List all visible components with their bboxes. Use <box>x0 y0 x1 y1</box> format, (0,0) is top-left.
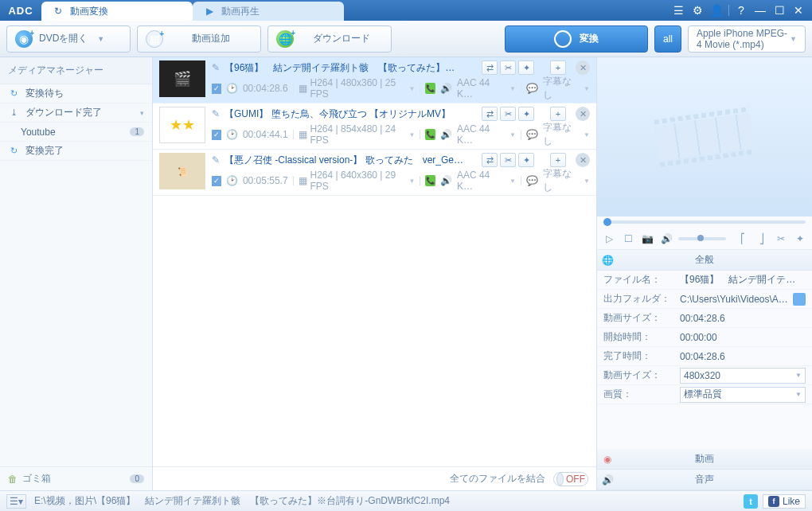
list-item[interactable]: 📜 ✎ 【悪ノ召使 -Classical version-】 歌ってみた ver… <box>153 150 596 196</box>
gear-icon[interactable]: ⚙ <box>690 4 705 17</box>
profile-select[interactable]: Apple iPhone MPEG-4 Movie (*.mp4) ▼ <box>688 25 806 53</box>
sidebar-item-convert-complete[interactable]: ↻ 変換完了 <box>0 142 152 161</box>
download-icon: ⤓ <box>8 107 19 119</box>
checkbox[interactable]: ✓ <box>212 84 221 94</box>
edit-icon[interactable]: ✎ <box>212 62 220 73</box>
mark-in-icon[interactable]: ⎡ <box>736 233 750 244</box>
speaker-icon[interactable]: 🔊 <box>659 233 673 244</box>
section-label: 動画 <box>618 452 812 466</box>
tab-play[interactable]: ▶ 動画再生 <box>193 2 344 21</box>
film-icon: ▦ <box>299 83 307 94</box>
cycle-icon: ↻ <box>8 88 19 99</box>
wand-icon[interactable]: ✦ <box>518 107 534 121</box>
count-badge: 1 <box>130 127 144 136</box>
cut-icon[interactable]: ✂ <box>500 60 516 75</box>
prop-key: 開始時間： <box>603 330 680 344</box>
chat-icon: 💬 <box>526 129 538 140</box>
trash-button[interactable]: 🗑 ゴミ箱 0 <box>0 466 152 490</box>
wand-icon[interactable]: ✦ <box>518 60 534 75</box>
maximize-icon[interactable]: ☐ <box>772 4 787 17</box>
globe-icon: 🌐+ <box>276 30 294 48</box>
edit-icon[interactable]: ✎ <box>212 154 220 166</box>
stop-icon[interactable]: ☐ <box>621 233 635 244</box>
swap-icon[interactable]: ⇄ <box>482 60 498 75</box>
section-video[interactable]: ◉ 動画 <box>597 449 812 470</box>
section-general[interactable]: 🌐 全般 <box>597 250 812 271</box>
add-video-button[interactable]: ▦+ 動画追加 <box>137 25 261 53</box>
plus-icon[interactable]: + <box>550 60 566 75</box>
sidebar-item-waiting[interactable]: ↻ 変換待ち <box>0 84 152 103</box>
edit-icon[interactable]: ✎ <box>212 108 220 119</box>
prop-value: 00:04:28.6 <box>680 351 806 362</box>
swap-icon[interactable]: ⇄ <box>482 107 498 121</box>
help-icon[interactable]: ? <box>734 4 748 17</box>
camera-icon[interactable]: 📷 <box>640 233 654 244</box>
file-list: 🎬 ✎ 【96猫】 結ンデ開イテ羅刹ト骸 【歌ってみた】… ⇄ ✂ ✦ + ✕ <box>153 57 596 466</box>
twitter-icon[interactable]: t <box>744 494 758 509</box>
play-icon[interactable]: ▷ <box>602 233 616 244</box>
cut-icon[interactable]: ✂ <box>774 233 788 244</box>
cycle-icon: ↻ <box>8 146 19 157</box>
button-label: ダウンロード <box>300 32 383 45</box>
open-dvd-button[interactable]: ◉+ DVDを開く ▼ <box>6 25 131 53</box>
download-button[interactable]: 🌐+ ダウンロード <box>267 25 392 53</box>
like-button[interactable]: f Like <box>763 494 806 509</box>
menu-icon[interactable]: ☰ <box>671 4 685 17</box>
checkbox[interactable]: ✓ <box>212 130 221 140</box>
combine-toggle[interactable]: OFF <box>553 472 588 486</box>
tab-convert[interactable]: ↻ 動画変換 <box>41 2 193 21</box>
mark-out-icon[interactable]: ⎦ <box>755 233 769 244</box>
all-profiles-button[interactable]: all <box>654 25 681 53</box>
prop-key: 出力フォルダ： <box>603 292 680 306</box>
remove-icon[interactable]: ✕ <box>576 60 590 75</box>
remove-icon[interactable]: ✕ <box>576 153 590 167</box>
list-icon[interactable]: ☰▾ <box>6 494 26 509</box>
list-item[interactable]: ★★ ✎ 【GUMI】 堕ちた鳥、今飛び立つ 【オリジナルMV】 ⇄ ✂ ✦ +… <box>153 103 596 150</box>
folder-icon[interactable] <box>793 293 806 306</box>
video-info: H264 | 640x360 | 29 FPS <box>310 170 404 192</box>
checkbox[interactable]: ✓ <box>212 176 221 186</box>
minimize-icon[interactable]: — <box>753 4 767 17</box>
section-label: 全般 <box>618 253 812 267</box>
phone-icon: 📞 <box>425 83 435 94</box>
phone-icon: 📞 <box>425 129 435 140</box>
duration-value: 00:05:55.7 <box>243 175 288 186</box>
file-title[interactable]: 【悪ノ召使 -Classical version-】 歌ってみた ver_Ge… <box>224 154 472 167</box>
remove-icon[interactable]: ✕ <box>576 107 590 121</box>
wand-icon[interactable]: ✦ <box>793 233 807 244</box>
sidebar-item-youtube[interactable]: Youtube 1 <box>0 123 152 142</box>
section-audio[interactable]: 🔊 音声 <box>597 470 812 490</box>
cut-icon[interactable]: ✂ <box>500 153 516 167</box>
dimension-select[interactable]: 480x320▼ <box>680 368 806 384</box>
duration-value: 00:04:44.1 <box>243 129 288 140</box>
file-title[interactable]: 【GUMI】 堕ちた鳥、今飛び立つ 【オリジナルMV】 <box>224 107 472 121</box>
prop-key: 画質： <box>603 388 680 401</box>
combine-bar: 全てのファイルを結合 OFF <box>153 466 596 490</box>
disc-icon: ◉+ <box>15 30 33 48</box>
player-controls: ▷ ☐ 📷 🔊 ⎡ ⎦ ✂ ✦ <box>597 228 812 250</box>
list-item[interactable]: 🎬 ✎ 【96猫】 結ンデ開イテ羅刹ト骸 【歌ってみた】… ⇄ ✂ ✦ + ✕ <box>153 57 596 103</box>
file-title[interactable]: 【96猫】 結ンデ開イテ羅刹ト骸 【歌ってみた】… <box>224 61 472 75</box>
toolbar: ◉+ DVDを開く ▼ ▦+ 動画追加 🌐+ ダウンロード 変換 all App… <box>0 21 812 57</box>
user-icon[interactable]: 👤 <box>709 4 724 17</box>
subtitle-value: 字幕なし <box>543 75 577 102</box>
swap-icon[interactable]: ⇄ <box>482 153 498 167</box>
scrub-bar[interactable] <box>597 216 812 228</box>
film-icon: ▦+ <box>146 30 163 48</box>
title-bar: ADC ↻ 動画変換 ▶ 動画再生 ☰ ⚙ 👤 ? — ☐ ✕ <box>0 0 812 21</box>
cut-icon[interactable]: ✂ <box>500 107 516 121</box>
sidebar-title: メディアマネージャー <box>0 57 152 84</box>
audio-info: AAC 44 K… <box>457 170 503 192</box>
volume-slider[interactable] <box>678 237 726 240</box>
close-icon[interactable]: ✕ <box>791 4 806 17</box>
prop-key: 動画サイズ： <box>603 311 680 325</box>
button-label: DVDを開く <box>39 32 88 45</box>
film-icon: ▦ <box>299 129 307 140</box>
convert-button[interactable]: 変換 <box>505 25 648 53</box>
wand-icon[interactable]: ✦ <box>518 153 534 167</box>
quality-select[interactable]: 標準品質▼ <box>680 387 806 403</box>
plus-icon[interactable]: + <box>550 107 566 121</box>
button-label: 動画追加 <box>170 32 252 45</box>
plus-icon[interactable]: + <box>550 153 566 167</box>
sidebar-item-download-complete[interactable]: ⤓ ダウンロード完了 ▾ <box>0 103 152 123</box>
